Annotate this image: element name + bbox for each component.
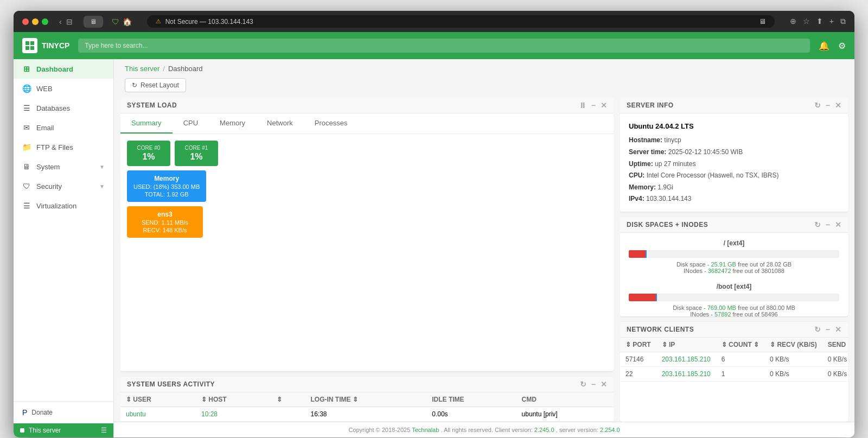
close-server-icon[interactable]: ✕ — [835, 101, 842, 110]
pause-icon[interactable]: ⏸ — [579, 101, 587, 110]
bell-icon[interactable]: 🔔 — [819, 41, 829, 51]
tab-summary[interactable]: Summary — [120, 113, 173, 134]
sidebar-label-web: WEB — [36, 85, 53, 93]
back-icon[interactable]: ‹ — [59, 17, 62, 26]
core-0-label: CORE #0 — [137, 145, 161, 151]
breadcrumb-server-link[interactable]: This server — [125, 65, 159, 73]
network-block: ens3 SEND: 1.11 MB/s RECV: 148 KB/s — [127, 206, 203, 238]
col-recv[interactable]: ⇕ RECV (KB/S) — [764, 338, 822, 352]
sidebar-item-ftp[interactable]: 📁 FTP & Files — [14, 137, 113, 157]
browser-tab[interactable]: 🖥 — [84, 16, 103, 28]
copyright-suffix: . All rights reserved. Client version: — [441, 427, 534, 433]
sidebar-item-virtualization[interactable]: ☰ Virtualization — [14, 196, 113, 215]
server-info-controls: ↻ − ✕ — [814, 101, 841, 110]
company-link[interactable]: Technalab — [412, 427, 439, 433]
memory-label: Memory: — [629, 183, 658, 191]
memory-block: Memory USED: (18%) 353.00 MB TOTAL: 1.92… — [127, 170, 206, 202]
server-status-bar: This server ☰ — [14, 423, 113, 437]
tab-network[interactable]: Network — [256, 113, 304, 134]
col-login-time[interactable]: LOG-IN TIME ⇕ — [305, 392, 427, 407]
col-idle-time[interactable]: IDLE TIME — [426, 392, 516, 407]
minimize-server-icon[interactable]: − — [826, 101, 831, 110]
refresh-net-icon[interactable]: ↻ — [814, 325, 821, 334]
browser-actions: ⊕ ☆ ⬆ + ⧉ — [790, 17, 846, 26]
system-users-title: SYSTEM USERS ACTIVITY — [127, 380, 580, 388]
refresh-server-icon[interactable]: ↻ — [814, 101, 821, 110]
system-users-body: ⇕ USER ⇕ HOST ⇕ LOG-IN TIME ⇕ IDLE TIME … — [120, 392, 614, 422]
sidebar-item-email[interactable]: ✉ Email — [14, 118, 113, 137]
sidebar-item-web[interactable]: 🌐 WEB — [14, 79, 113, 98]
col-user[interactable]: ⇕ USER — [120, 392, 196, 407]
sidebar-item-dashboard[interactable]: ⊞ Dashboard — [14, 59, 113, 79]
col-host[interactable]: ⇕ HOST — [196, 392, 271, 407]
refresh-disk-icon[interactable]: ↻ — [814, 220, 821, 229]
shield-icon: 🛡 — [112, 17, 119, 26]
close-users-icon[interactable]: ✕ — [601, 380, 608, 389]
minimize-disk-icon[interactable]: − — [826, 220, 831, 229]
network-recv: RECV: 148 KB/s — [133, 227, 196, 233]
lock-icon: ⚠ — [156, 18, 161, 25]
disk-boot-inode-info: INodes - 57892 free out of 58496 — [629, 311, 839, 317]
tab-cpu[interactable]: CPU — [173, 113, 209, 134]
disk-root-inode-bar — [646, 250, 647, 258]
add-tab-icon[interactable]: + — [829, 17, 834, 26]
refresh-users-icon[interactable]: ↻ — [580, 380, 587, 389]
tab-processes[interactable]: Processes — [304, 113, 359, 134]
minimize-widget-icon[interactable]: − — [591, 101, 596, 110]
breadcrumb-current: Dashboard — [168, 65, 203, 73]
sidebar-toggle-icon[interactable]: ⊟ — [66, 17, 73, 26]
reset-layout-button[interactable]: ↻ Reset Layout — [125, 78, 186, 92]
sidebar-item-databases[interactable]: ☰ Databases — [14, 98, 113, 118]
net-ip-link-1[interactable]: 203.161.185.210 — [662, 356, 711, 363]
chevron-down-icon: ▼ — [99, 164, 105, 170]
login-time-cell: 16:38 — [305, 407, 427, 422]
net-row-2: 22 203.161.185.210 1 0 KB/s 0 KB/s — [620, 367, 848, 382]
net-ip-link-2[interactable]: 203.161.185.210 — [662, 370, 711, 378]
client-version: 2.245.0 — [534, 427, 554, 433]
close-button[interactable] — [22, 18, 29, 25]
svg-rect-2 — [25, 46, 29, 50]
tab-memory[interactable]: Memory — [209, 113, 256, 134]
col-port[interactable]: ⇕ PORT — [620, 338, 656, 352]
close-net-icon[interactable]: ✕ — [835, 325, 842, 334]
cmd-cell: ubuntu [priv] — [516, 407, 614, 422]
clock-icon[interactable]: ⊕ — [790, 17, 796, 26]
browser-nav: ‹ ⊟ — [59, 17, 73, 26]
core-1-value: 1% — [190, 152, 202, 162]
topbar-icons: 🔔 ⚙ — [819, 41, 846, 51]
server-info-body: Ubuntu 24.04.2 LTS Hostname: tinycp Serv… — [620, 113, 848, 212]
topbar-search[interactable]: Type here to search... — [78, 39, 810, 53]
breadcrumb-separator: / — [163, 65, 165, 73]
share-network-icon[interactable]: ⚙ — [838, 41, 846, 51]
sidebar-item-system[interactable]: 🖥 System ▼ — [14, 157, 113, 176]
star-icon[interactable]: ☆ — [803, 17, 810, 26]
server-status-menu-icon[interactable]: ☰ — [101, 427, 107, 434]
minimize-net-icon[interactable]: − — [826, 325, 831, 334]
col-ip[interactable]: ⇕ IP — [656, 338, 716, 352]
user-cell: ubuntu — [120, 407, 196, 422]
close-widget-icon[interactable]: ✕ — [601, 101, 608, 110]
maximize-button[interactable] — [42, 18, 48, 25]
col-send[interactable]: SEND (KB/S) — [822, 338, 848, 352]
col-count[interactable]: ⇕ COUNT ⇕ — [716, 338, 764, 352]
panel-left: SYSTEM LOAD ⏸ − ✕ Summary CPU Memo — [120, 98, 614, 422]
user-link[interactable]: ubuntu — [126, 410, 146, 418]
hostname-row: Hostname: tinycp — [629, 135, 839, 147]
disk-spaces-header: DISK SPACES + INODES ↻ − ✕ — [620, 217, 848, 233]
net-clients-table: ⇕ PORT ⇕ IP ⇕ COUNT ⇕ ⇕ RECV (KB/S) SEND… — [620, 338, 848, 382]
share-icon[interactable]: ⬆ — [816, 17, 823, 26]
host-link[interactable]: 10:28 — [201, 410, 218, 418]
donate-button[interactable]: P Donate — [22, 408, 105, 417]
sidebar-item-security[interactable]: 🛡 Security ▼ — [14, 176, 113, 196]
net-clients-body: ⇕ PORT ⇕ IP ⇕ COUNT ⇕ ⇕ RECV (KB/S) SEND… — [620, 338, 848, 422]
tabs-icon[interactable]: ⧉ — [840, 17, 846, 26]
close-disk-icon[interactable]: ✕ — [835, 220, 842, 229]
disk-root-inode-info: INodes - 3682472 free out of 3801088 — [629, 268, 839, 274]
copyright-text: Copyright © 2018-2025 — [348, 427, 412, 433]
minimize-users-icon[interactable]: − — [591, 380, 596, 389]
minimize-button[interactable] — [32, 18, 39, 25]
security-icon: 🛡 — [22, 182, 31, 191]
browser-urlbar[interactable]: ⚠ Not Secure — 103.30.144.143 🖥 — [147, 15, 775, 28]
memory-row: Memory USED: (18%) 353.00 MB TOTAL: 1.92… — [127, 170, 607, 202]
system-load-controls: ⏸ − ✕ — [579, 101, 607, 110]
